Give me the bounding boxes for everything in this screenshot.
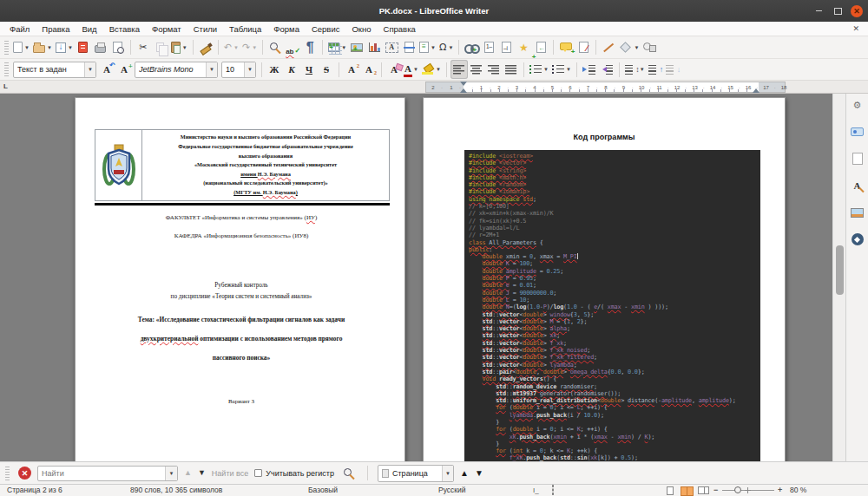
checkbox-icon[interactable] [254, 469, 262, 477]
formatting-marks-button[interactable]: ¶ [301, 38, 319, 57]
bullet-list-button[interactable]: ▼ [528, 60, 550, 79]
match-case-checkbox[interactable]: Учитывать регистр [254, 469, 334, 478]
close-button[interactable]: ✕ [851, 5, 863, 17]
gallery-deck-button[interactable] [849, 205, 866, 220]
scrollbar-thumb[interactable] [836, 245, 844, 295]
strikethrough-button[interactable]: S [318, 60, 335, 79]
menu-8[interactable]: Сервис [306, 22, 346, 36]
decrease-indent-button[interactable] [598, 60, 615, 79]
update-style-button[interactable]: A [98, 60, 115, 79]
chevron-down-icon[interactable]: ▼ [68, 45, 73, 50]
close-find-bar-button[interactable]: ✕ [18, 467, 31, 480]
zoom-out-button[interactable]: − [713, 485, 718, 496]
italic-button[interactable]: К [283, 60, 300, 79]
find-previous-button[interactable]: ▲ [184, 469, 192, 477]
multi-page-view-button[interactable] [681, 485, 693, 496]
chevron-down-icon[interactable]: ▼ [244, 62, 255, 77]
properties-deck-button[interactable] [849, 124, 866, 140]
paragraph-style-combobox[interactable]: Текст в задан ▼ [13, 62, 96, 78]
print-preview-button[interactable] [109, 38, 127, 57]
chevron-down-icon[interactable]: ▼ [436, 67, 441, 72]
title-bar[interactable]: PK.docx - LibreOffice Writer ✕ [0, 0, 868, 22]
chevron-down-icon[interactable]: ▼ [640, 67, 645, 72]
insert-hyperlink-button[interactable] [463, 38, 480, 57]
single-page-view-button[interactable] [667, 485, 674, 496]
find-replace-button[interactable] [266, 38, 284, 57]
special-character-button[interactable]: Ω▼ [437, 38, 455, 57]
chevron-down-icon[interactable]: ▼ [448, 45, 453, 50]
insert-page-break-button[interactable] [400, 38, 418, 57]
code-block[interactable]: #include <iostream>#include <vector>#inc… [464, 150, 760, 461]
minimize-button[interactable] [812, 5, 825, 17]
chevron-down-icon[interactable]: ▼ [543, 67, 549, 72]
open-button[interactable]: ▼ [31, 38, 54, 57]
menu-7[interactable]: Форма [267, 22, 306, 36]
menu-0[interactable]: Файл [3, 22, 36, 36]
track-changes-button[interactable] [575, 38, 592, 57]
align-center-button[interactable] [468, 60, 485, 79]
undo-button[interactable]: ↶▼ [222, 38, 240, 57]
clear-formatting-button[interactable]: A [385, 60, 403, 79]
decrease-paragraph-spacing-button[interactable] [664, 60, 681, 79]
cut-button[interactable]: ✂ [135, 38, 152, 57]
styles-deck-button[interactable]: A [849, 178, 866, 193]
redo-button[interactable]: ↷▼ [240, 38, 259, 57]
zoom-level[interactable]: 80 % [790, 485, 806, 496]
clone-formatting-button[interactable] [197, 38, 214, 57]
insert-text-box-button[interactable]: A [383, 38, 400, 57]
superscript-button[interactable]: A [343, 60, 360, 79]
chevron-down-icon[interactable]: ▼ [252, 45, 257, 50]
menu-1[interactable]: Правка [36, 22, 76, 36]
page-deck-button[interactable] [849, 151, 866, 166]
spelling-button[interactable] [284, 38, 301, 57]
find-next-button[interactable]: ▼ [198, 469, 206, 477]
basic-shapes-button[interactable]: ▼ [617, 38, 641, 57]
insert-field-button[interactable]: ▼ [418, 38, 437, 57]
search-input[interactable] [38, 469, 165, 478]
menu-3[interactable]: Вставка [103, 22, 146, 36]
increase-indent-button[interactable] [581, 60, 598, 79]
numbered-list-button[interactable]: ▼ [550, 60, 573, 79]
next-page-button[interactable]: ▼ [475, 468, 483, 478]
align-justify-button[interactable] [503, 60, 520, 79]
menu-4[interactable]: Формат [146, 22, 187, 36]
previous-page-button[interactable]: ▲ [460, 468, 469, 478]
chevron-down-icon[interactable]: ▼ [431, 45, 436, 50]
chevron-down-icon[interactable]: ▼ [233, 45, 239, 50]
chevron-down-icon[interactable]: ▼ [634, 45, 639, 50]
toolbar-grip[interactable] [5, 467, 10, 480]
chevron-down-icon[interactable]: ▼ [182, 45, 187, 50]
new-style-button[interactable]: A [115, 60, 133, 79]
ruler-page-area[interactable]: 2·1··1·2·3·4·5·6·7·8·9·10·11·12·13·14·15… [425, 82, 786, 93]
menu-10[interactable]: Справка [378, 22, 422, 36]
insert-footnote-button[interactable] [480, 38, 497, 57]
font-name-combobox[interactable]: JetBrains Mono ▼ [135, 62, 218, 78]
close-document-button[interactable]: ✕ [847, 24, 865, 33]
insert-line-button[interactable] [600, 38, 617, 57]
copy-button[interactable] [152, 38, 169, 57]
chevron-down-icon[interactable]: ▼ [206, 62, 217, 77]
page-1[interactable]: Министерство науки и высшего образования… [75, 97, 405, 461]
page-style[interactable]: Базовый [308, 485, 338, 496]
insert-image-button[interactable] [348, 38, 365, 57]
line-spacing-button[interactable]: ▼ [623, 60, 647, 79]
menu-9[interactable]: Окно [345, 22, 377, 36]
page-count[interactable]: Страница 2 из 6 [7, 485, 62, 496]
toolbar-grip[interactable] [4, 62, 9, 76]
chevron-down-icon[interactable]: ▼ [442, 466, 453, 481]
toolbar-grip[interactable] [4, 41, 9, 55]
insert-bookmark-button[interactable]: ★ [515, 38, 532, 57]
show-draw-functions-button[interactable] [641, 38, 658, 57]
subscript-button[interactable]: A [360, 60, 378, 79]
insert-mode-indicator[interactable]: I_ [533, 485, 539, 496]
menu-6[interactable]: Таблица [223, 22, 267, 36]
sidebar-settings-button[interactable]: ⚙ [849, 97, 866, 113]
underline-button[interactable]: Ч [300, 60, 318, 79]
chevron-down-icon[interactable]: ▼ [47, 45, 52, 50]
paste-button[interactable]: ▼ [169, 38, 189, 57]
word-count[interactable]: 890 слов, 10 365 символов [130, 485, 222, 496]
chevron-down-icon[interactable]: ▼ [84, 62, 95, 77]
menu-5[interactable]: Стили [187, 22, 223, 36]
increase-paragraph-spacing-button[interactable] [647, 60, 664, 79]
align-left-button[interactable] [450, 60, 468, 79]
